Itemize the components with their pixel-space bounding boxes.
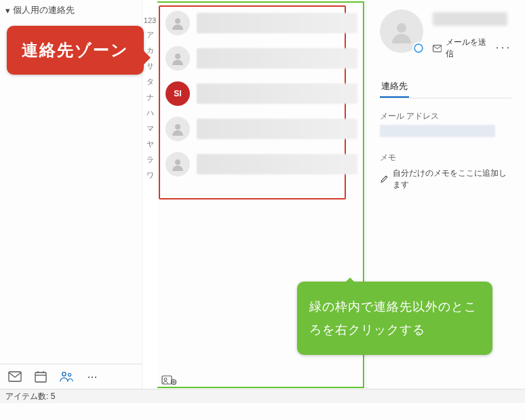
presence-indicator (412, 42, 425, 54)
status-bar: アイテム数: 5 (0, 389, 525, 403)
detail-avatar (380, 9, 423, 53)
contact-name-redacted (197, 83, 357, 104)
index-item[interactable]: ワ (147, 170, 154, 180)
item-count: アイテム数: 5 (5, 392, 55, 401)
send-mail-label: メールを送信 (446, 37, 487, 60)
svg-point-12 (164, 378, 167, 381)
contact-name-redacted (197, 13, 357, 33)
avatar-icon (166, 152, 190, 176)
svg-point-14 (397, 23, 406, 33)
index-item[interactable]: ナ (147, 92, 154, 102)
index-item[interactable]: 123 (144, 16, 156, 24)
index-item[interactable]: ア (147, 30, 154, 40)
people-icon[interactable] (60, 370, 73, 383)
svg-point-5 (62, 373, 66, 376)
index-item[interactable]: ラ (147, 155, 154, 165)
svg-rect-1 (35, 373, 46, 382)
contact-name-redacted (197, 119, 357, 139)
contact-name-redacted (197, 154, 357, 174)
index-item[interactable]: ハ (147, 108, 154, 118)
memo-placeholder: 自分だけのメモをここに追加します (393, 168, 511, 191)
more-actions-button[interactable]: ･･･ (495, 43, 511, 53)
annotation-green-callout: 緑の枠内で連絡先以外のところを右クリックする (297, 282, 492, 355)
email-value-redacted[interactable] (380, 125, 495, 137)
calendar-icon[interactable] (34, 370, 47, 383)
index-item[interactable]: ヤ (147, 139, 154, 149)
nav-switcher: ··· (0, 364, 142, 389)
avatar-icon (166, 11, 190, 35)
contact-row[interactable] (161, 147, 362, 182)
tab-contact[interactable]: 連絡先 (380, 77, 409, 98)
svg-point-10 (175, 159, 180, 165)
folder-title: 個人用の連絡先 (13, 4, 75, 16)
svg-point-7 (175, 18, 180, 24)
contact-display-name-redacted (433, 12, 507, 26)
pencil-icon (380, 174, 389, 184)
svg-rect-0 (9, 372, 21, 381)
index-item[interactable]: マ (147, 123, 154, 134)
contact-row[interactable] (161, 5, 362, 41)
contact-row[interactable] (161, 41, 362, 76)
memo-field-label: メモ (380, 152, 511, 164)
contact-name-redacted (197, 48, 357, 69)
contact-card-icon[interactable] (161, 375, 176, 386)
svg-point-9 (175, 124, 180, 130)
detail-tabs: 連絡先 (380, 77, 511, 98)
send-mail-button[interactable]: メールを送信 (433, 37, 487, 60)
memo-add-button[interactable]: 自分だけのメモをここに追加します (380, 168, 511, 191)
folder-header[interactable]: ▾ 個人用の連絡先 (0, 0, 142, 20)
avatar-icon (166, 117, 190, 141)
mail-icon[interactable] (8, 370, 22, 383)
mail-icon (433, 44, 442, 53)
index-item[interactable]: タ (147, 77, 154, 87)
more-icon[interactable]: ··· (85, 370, 99, 383)
avatar-icon (166, 46, 190, 71)
contact-row[interactable] (161, 111, 362, 147)
annotation-red-callout: 連絡先ゾーン (7, 26, 144, 75)
svg-point-6 (68, 373, 71, 376)
contact-row[interactable]: SI (161, 76, 362, 111)
chevron-down-icon: ▾ (5, 5, 10, 16)
svg-point-8 (175, 54, 180, 59)
avatar-initials: SI (166, 81, 190, 106)
email-field-label: メール アドレス (380, 111, 511, 122)
